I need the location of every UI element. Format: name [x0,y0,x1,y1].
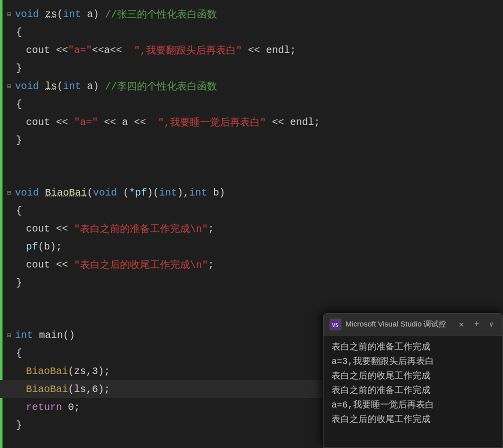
console-app-icon: VS [330,318,342,330]
semi-2: ; [314,116,320,128]
brace-close-3: } [16,277,22,288]
code-editor: ⊟ void zs ( int a) //张三的个性化表白函数 { cout <… [0,0,503,448]
code-line-5: ⊟ void ls ( int a) //李四的个性化表白函数 [0,77,503,95]
code-line-3: cout << "a=" <<a<< ",我要翻跟头后再表白" << endl … [0,41,503,59]
collapse-main[interactable]: ⊟ [4,331,14,340]
call-b: (b); [38,241,62,252]
str-ls: ",我要睡一觉后再表白" [152,116,266,129]
call-biaobai-2: BiaoBai [26,384,68,395]
comma-int: ), [177,187,189,198]
cout-1: cout [26,44,56,56]
paren-int: )( [147,187,159,198]
func-name-ls: ls [45,80,57,92]
keyword-int-2: int [63,80,81,92]
paren-open-1: ( [57,8,63,20]
code-line-9 [0,149,503,184]
brace-open-1: { [16,26,22,38]
console-output-line-4: 表白之前的准备工作完成 [332,384,494,398]
cout-3: cout [26,223,56,234]
main-sig: main() [33,330,75,341]
console-output-line-1: 表白之前的准备工作完成 [332,340,494,354]
console-title-text: Microsoft Visual Studio 调试控 [346,320,452,329]
collapse-biaobai[interactable]: ⊟ [4,188,14,197]
comment-zs: //张三的个性化表白函数 [105,8,217,21]
func-name-zs: zs [45,8,57,20]
op-3: << [56,116,68,128]
paren-open-2: ( [57,80,63,92]
keyword-return: return [26,402,62,413]
keyword-int-4: int [189,187,207,198]
code-line-7: cout << "a=" << a << ",我要睡一觉后再表白" << end… [0,113,503,131]
console-output-line-6: 表白之后的收尾工作完成 [332,413,494,426]
str-a-eq: "a=" [68,44,92,56]
str-zs: ",我要翻跟头后再表白" [128,44,242,57]
code-line-15: } [0,274,503,292]
paren-open-3: ( [87,187,93,198]
svg-text:VS: VS [332,322,338,328]
code-line-4: } [0,59,503,77]
str-a-eq-2: "a=" [68,116,104,128]
code-line-11: { [0,202,503,220]
console-output-line-3: 表白之后的收尾工作完成 [332,370,494,383]
collapse-ls[interactable]: ⊟ [4,82,14,90]
cout-2: cout [26,116,56,128]
star-pf: (* [123,187,135,198]
param-b: b) [207,187,225,198]
call-zs-3: (zs,3); [68,366,110,377]
console-close-button[interactable]: ✕ [456,318,467,330]
brace-close-2: } [16,134,22,146]
param-pf: pf [135,187,147,198]
op-4: << a << [104,116,152,128]
keyword-int-main: int [15,330,33,341]
brace-open-3: { [16,205,22,216]
vs-icon: VS [331,320,340,329]
collapse-zs[interactable]: ⊟ [4,10,14,18]
call-pf: pf [26,241,38,252]
console-output-line-2: a=3,我要翻跟头后再表白 [332,355,494,368]
op-6: << [56,259,74,270]
str-after: "表白之后的收尾工作完成\n" [74,258,208,272]
endl-2: endl [290,116,314,128]
param-a-1: a) [81,8,105,20]
console-output-line-5: a=6,我要睡一觉后再表白 [332,398,494,412]
code-line-2: { [0,23,503,41]
str-before: "表白之前的准备工作完成\n" [74,222,208,236]
cout-4: cout [26,259,56,270]
console-plus-button[interactable]: + [471,318,482,330]
keyword-void-1: void [15,8,45,20]
console-window: VS Microsoft Visual Studio 调试控 ✕ + ∨ 表白之… [323,313,503,448]
keyword-void-4: void [93,187,123,198]
semi-3: ; [208,223,214,234]
op-2: <<a<< [92,44,128,56]
semi-1: ; [290,44,296,56]
code-line-1: ⊟ void zs ( int a) //张三的个性化表白函数 [0,5,503,23]
brace-close-4: } [16,420,22,431]
code-line-14: cout << "表白之后的收尾工作完成\n" ; [0,256,503,274]
console-chevron-button[interactable]: ∨ [486,319,496,330]
param-a-2: a) [81,80,105,92]
console-output: 表白之前的准备工作完成 a=3,我要翻跟头后再表白 表白之后的收尾工作完成 表白… [324,336,502,448]
comment-ls: //李四的个性化表白函数 [105,80,217,93]
call-biaobai-1: BiaoBai [26,366,68,377]
brace-open-2: { [16,98,22,110]
op-endl-2: << [266,116,290,128]
brace-close-1: } [16,62,22,74]
keyword-void-2: void [15,80,45,92]
op-endl-1: << [242,44,266,56]
semi-4: ; [208,259,214,270]
code-line-10: ⊟ void BiaoBai ( void (* pf )( int ), in… [0,184,503,202]
keyword-void-3: void [15,187,45,198]
code-line-12: cout << "表白之前的准备工作完成\n" ; [0,220,503,238]
brace-open-4: { [16,348,22,359]
func-name-biaobai: BiaoBai [45,187,87,198]
code-line-6: { [0,95,503,113]
code-line-8: } [0,131,503,149]
keyword-int-1: int [63,8,81,20]
console-titlebar: VS Microsoft Visual Studio 调试控 ✕ + ∨ [324,314,502,336]
op-5: << [56,223,74,234]
op-1: << [56,44,68,56]
endl-1: endl [266,44,290,56]
call-ls-6: (ls,6); [68,384,110,395]
code-line-13: pf (b); [0,238,503,256]
return-val: 0; [62,402,80,413]
